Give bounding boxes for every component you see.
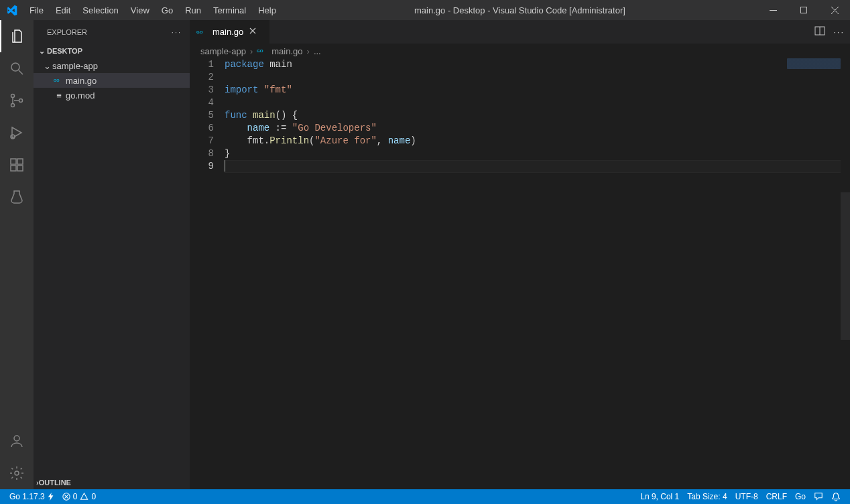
breadcrumb-part[interactable]: main.go [271, 46, 302, 56]
status-encoding[interactable]: UTF-8 [731, 489, 762, 504]
minimize-button[interactable] [757, 0, 788, 20]
titlebar: FileEditSelectionViewGoRunTerminalHelp m… [0, 0, 850, 20]
scrollbar-thumb[interactable] [841, 192, 850, 340]
svg-rect-8 [11, 166, 16, 171]
main: EXPLORER ··· ⌄ DESKTOP ⌄ sample-app GO m… [0, 20, 850, 489]
status-bell-icon[interactable] [827, 489, 845, 504]
warning-icon [80, 493, 88, 501]
menu-go[interactable]: Go [156, 0, 179, 20]
menu-help[interactable]: Help [252, 0, 282, 20]
vscode-logo-icon [0, 5, 23, 16]
line-number: 1 [190, 58, 214, 71]
svg-text:GO: GO [196, 29, 203, 34]
status-warnings: 0 [91, 492, 96, 501]
status-eol[interactable]: CRLF [762, 489, 791, 504]
svg-text:GO: GO [54, 78, 60, 82]
scrollbar-track[interactable] [841, 58, 850, 489]
menu-file[interactable]: File [23, 0, 50, 20]
sidebar-more-icon[interactable]: ··· [172, 28, 182, 36]
line-number: 7 [190, 135, 214, 147]
line-number: 3 [190, 84, 214, 97]
activity-search[interactable] [0, 52, 34, 84]
code-line[interactable]: import "fmt" [225, 84, 850, 97]
activitybar [0, 20, 34, 489]
editor-more-icon[interactable]: ··· [833, 27, 845, 37]
code-line[interactable]: } [225, 147, 850, 160]
svg-rect-1 [800, 7, 806, 13]
code-line[interactable]: fmt.Println("Azure for", name) [225, 135, 850, 147]
sidebar-root[interactable]: ⌄ DESKTOP [34, 44, 190, 58]
tree-folder-sample-app[interactable]: ⌄ sample-app [34, 58, 190, 73]
error-icon [62, 493, 70, 501]
line-number: 9 [190, 160, 214, 173]
statusbar: Go 1.17.3 0 0 Ln 9, Col 1 Tab Size: 4 UT… [0, 489, 850, 504]
sidebar-header: EXPLORER ··· [34, 20, 190, 44]
split-editor-icon[interactable] [814, 25, 825, 38]
menubar: FileEditSelectionViewGoRunTerminalHelp [23, 0, 282, 20]
status-feedback-icon[interactable] [810, 489, 827, 504]
svg-rect-0 [770, 10, 777, 11]
maximize-button[interactable] [788, 0, 819, 20]
window-title: main.go - Desktop - Visual Studio Code [… [282, 5, 757, 15]
svg-rect-9 [17, 166, 23, 171]
menu-view[interactable]: View [125, 0, 156, 20]
breadcrumb-part[interactable]: sample-app [200, 46, 246, 56]
sidebar-outline-label: OUTLINE [39, 479, 71, 487]
code-line[interactable] [225, 160, 850, 173]
line-number: 8 [190, 147, 214, 160]
tab-close-button[interactable] [247, 25, 258, 38]
chevron-right-icon: › [249, 46, 254, 56]
menu-edit[interactable]: Edit [50, 0, 76, 20]
line-number: 6 [190, 122, 214, 135]
activity-extensions[interactable] [0, 149, 34, 181]
status-cursor-position[interactable]: Ln 9, Col 1 [636, 489, 683, 504]
code-line[interactable]: name := "Go Developers" [225, 122, 850, 135]
code-line[interactable] [225, 71, 850, 84]
tab-main-go[interactable]: GO main.go [190, 20, 270, 44]
svg-text:GO: GO [257, 48, 263, 53]
menu-run[interactable]: Run [179, 0, 207, 20]
breadcrumb-tail[interactable]: ... [314, 46, 321, 56]
code-line[interactable]: package main [225, 58, 850, 71]
activity-run-debug[interactable] [0, 117, 34, 149]
tree-file-label: main.go [66, 76, 97, 86]
sidebar: EXPLORER ··· ⌄ DESKTOP ⌄ sample-app GO m… [34, 20, 190, 489]
close-button[interactable] [819, 0, 850, 20]
status-go-version[interactable]: Go 1.17.3 [5, 489, 58, 504]
status-problems[interactable]: 0 0 [58, 489, 100, 504]
tree-file-label: go.mod [66, 90, 95, 101]
menu-selection[interactable]: Selection [76, 0, 124, 20]
sidebar-root-label: DESKTOP [47, 47, 82, 55]
activity-explorer[interactable] [0, 20, 34, 52]
window-controls [757, 0, 850, 20]
line-number: 4 [190, 97, 214, 109]
editor-area: GO main.go ··· sample-app › GO main.go › [190, 20, 850, 489]
tree-folder-label: sample-app [52, 61, 98, 71]
code-line[interactable] [225, 97, 850, 109]
sidebar-outline[interactable]: › OUTLINE [34, 475, 190, 489]
editor-body[interactable]: 123456789 package mainimport "fmt"func m… [190, 58, 850, 489]
activity-testing[interactable] [0, 181, 34, 213]
minimap[interactable] [787, 58, 841, 69]
go-file-icon: GO [196, 29, 208, 36]
chevron-down-icon: ⌄ [36, 47, 47, 56]
lightning-icon [48, 493, 54, 501]
tree-file-go-mod[interactable]: ≡ go.mod [34, 88, 190, 103]
svg-rect-7 [11, 159, 16, 164]
svg-point-12 [15, 471, 19, 475]
code-content[interactable]: package mainimport "fmt"func main() { na… [225, 58, 850, 489]
line-number-gutter: 123456789 [190, 58, 225, 489]
tree-file-main-go[interactable]: GO main.go [34, 73, 190, 88]
editor-tabs: GO main.go ··· [190, 20, 850, 44]
activity-settings[interactable] [0, 457, 34, 489]
sidebar-title: EXPLORER [47, 28, 87, 36]
status-tab-size[interactable]: Tab Size: 4 [683, 489, 731, 504]
svg-point-11 [14, 436, 19, 441]
status-language[interactable]: Go [791, 489, 810, 504]
activity-source-control[interactable] [0, 84, 34, 117]
code-line[interactable]: func main() { [225, 109, 850, 122]
breadcrumbs[interactable]: sample-app › GO main.go › ... [190, 44, 850, 58]
activity-accounts[interactable] [0, 425, 34, 457]
svg-point-4 [11, 104, 15, 107]
menu-terminal[interactable]: Terminal [207, 0, 252, 20]
